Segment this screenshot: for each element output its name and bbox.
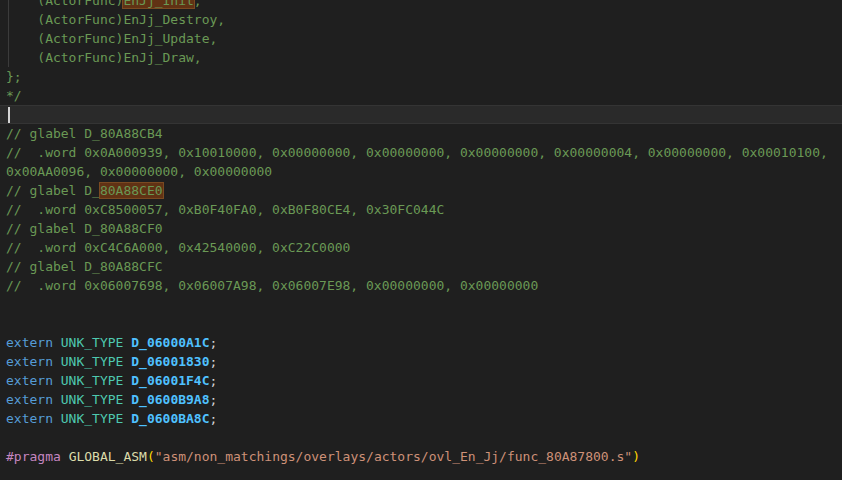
code-line[interactable]: }; xyxy=(0,67,842,86)
code-token: extern xyxy=(6,373,53,388)
code-token: */ xyxy=(6,88,22,103)
code-token: UNK_TYPE xyxy=(61,373,124,388)
code-token: extern xyxy=(6,411,53,426)
code-line[interactable]: (ActorFunc)EnJj_Draw, xyxy=(0,48,842,67)
code-line[interactable]: // glabel D_80A88CF0 xyxy=(0,219,842,238)
code-editor[interactable]: (ActorFunc)EnJj_Init, (ActorFunc)EnJj_De… xyxy=(0,0,842,480)
code-token: UNK_TYPE xyxy=(61,335,124,350)
code-line[interactable]: (ActorFunc)EnJj_Destroy, xyxy=(0,10,842,29)
code-line[interactable]: (ActorFunc)EnJj_Init, xyxy=(0,0,842,10)
code-token: D_06000A1C xyxy=(131,335,209,350)
code-token: // glabel D_80A88CFC xyxy=(6,259,163,274)
code-token: "asm/non_matchings/overlays/actors/ovl_E… xyxy=(155,449,632,464)
code-line[interactable]: // glabel D_80A88CB4 xyxy=(0,124,842,143)
code-line[interactable] xyxy=(0,295,842,314)
search-match-highlight: 80A88CE0 xyxy=(100,183,163,198)
search-match-highlight: EnJj_Init xyxy=(123,0,193,8)
code-token: (ActorFunc) xyxy=(6,0,123,8)
code-line[interactable]: 0x00AA0096, 0x00000000, 0x00000000 xyxy=(0,162,842,181)
code-token: , xyxy=(194,0,202,8)
code-token: UNK_TYPE xyxy=(61,411,124,426)
code-token: D_0600B9A8 xyxy=(131,392,209,407)
code-line[interactable]: // .word 0x0A000939, 0x10010000, 0x00000… xyxy=(0,143,842,162)
code-token xyxy=(53,335,61,350)
code-token: ; xyxy=(210,335,218,350)
code-line[interactable]: extern UNK_TYPE D_06001F4C; xyxy=(0,371,842,390)
code-token: ( xyxy=(147,449,155,464)
code-token: extern xyxy=(6,354,53,369)
code-token: extern xyxy=(6,335,53,350)
code-line[interactable]: extern UNK_TYPE D_0600B9A8; xyxy=(0,390,842,409)
code-line[interactable]: */ xyxy=(0,86,842,105)
code-token xyxy=(61,449,69,464)
code-token xyxy=(53,354,61,369)
code-token: // .word 0xC4C6A000, 0x42540000, 0xC22C0… xyxy=(6,240,350,255)
code-token: D_06001F4C xyxy=(131,373,209,388)
code-lines: (ActorFunc)EnJj_Init, (ActorFunc)EnJj_De… xyxy=(0,0,842,466)
code-token: ; xyxy=(210,411,218,426)
code-token: #pragma xyxy=(6,449,61,464)
code-token: (ActorFunc)EnJj_Draw, xyxy=(6,50,202,65)
code-token: ; xyxy=(210,373,218,388)
code-line[interactable]: extern UNK_TYPE D_0600BA8C; xyxy=(0,409,842,428)
code-token xyxy=(53,373,61,388)
code-token: }; xyxy=(6,69,22,84)
code-line[interactable]: extern UNK_TYPE D_06000A1C; xyxy=(0,333,842,352)
code-line[interactable]: // .word 0xC8500057, 0xB0F40FA0, 0xB0F80… xyxy=(0,200,842,219)
code-token: ) xyxy=(632,449,640,464)
indent-guide xyxy=(8,0,9,67)
code-token: (ActorFunc)EnJj_Destroy, xyxy=(6,12,225,27)
code-line[interactable]: (ActorFunc)EnJj_Update, xyxy=(0,29,842,48)
code-token: ; xyxy=(210,392,218,407)
code-token: extern xyxy=(6,392,53,407)
code-token: ; xyxy=(210,354,218,369)
code-token: // .word 0xC8500057, 0xB0F40FA0, 0xB0F80… xyxy=(6,202,444,217)
code-token: // .word 0x0A000939, 0x10010000, 0x00000… xyxy=(6,145,828,160)
code-token: D_06001830 xyxy=(131,354,209,369)
code-token: GLOBAL_ASM xyxy=(69,449,147,464)
code-token xyxy=(53,392,61,407)
code-line[interactable]: // glabel D_80A88CFC xyxy=(0,257,842,276)
code-line-current[interactable] xyxy=(0,105,842,124)
code-line[interactable]: extern UNK_TYPE D_06001830; xyxy=(0,352,842,371)
code-line[interactable] xyxy=(0,314,842,333)
code-token: UNK_TYPE xyxy=(61,392,124,407)
code-token: // glabel D_ xyxy=(6,183,100,198)
code-line[interactable]: // .word 0x06007698, 0x06007A98, 0x06007… xyxy=(0,276,842,295)
code-token: // glabel D_80A88CF0 xyxy=(6,221,163,236)
code-token: 0x00AA0096, 0x00000000, 0x00000000 xyxy=(6,164,272,179)
code-line[interactable]: // .word 0xC4C6A000, 0x42540000, 0xC22C0… xyxy=(0,238,842,257)
code-token: // .word 0x06007698, 0x06007A98, 0x06007… xyxy=(6,278,538,293)
code-line[interactable]: // glabel D_80A88CE0 xyxy=(0,181,842,200)
code-token: (ActorFunc)EnJj_Update, xyxy=(6,31,217,46)
code-line[interactable]: #pragma GLOBAL_ASM("asm/non_matchings/ov… xyxy=(0,447,842,466)
code-token xyxy=(53,411,61,426)
code-token: // glabel D_80A88CB4 xyxy=(6,126,163,141)
code-line[interactable] xyxy=(0,428,842,447)
code-token: UNK_TYPE xyxy=(61,354,124,369)
text-cursor xyxy=(8,107,10,123)
code-token: D_0600BA8C xyxy=(131,411,209,426)
